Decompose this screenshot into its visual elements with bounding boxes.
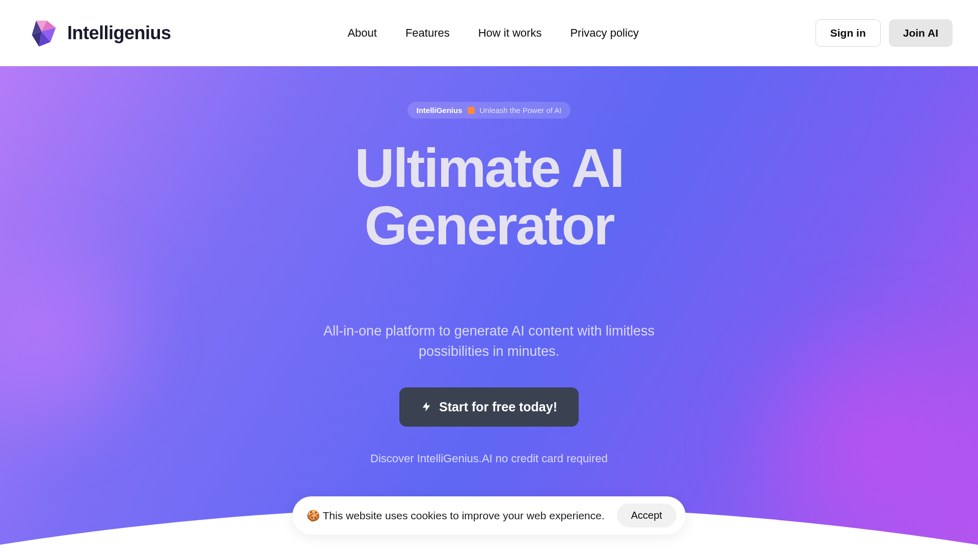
- logo[interactable]: Intelligenius: [25, 15, 171, 51]
- badge-separator-icon: [468, 107, 475, 114]
- badge-tagline: Unleash the Power of AI: [480, 106, 562, 115]
- hero: IntelliGenius Unleash the Power of AI Ul…: [0, 66, 978, 550]
- cookie-banner: 🍪 This website uses cookies to improve y…: [292, 496, 686, 535]
- hero-badge: IntelliGenius Unleash the Power of AI: [408, 102, 571, 119]
- cta-label: Start for free today!: [439, 400, 557, 414]
- nav-how-it-works[interactable]: How it works: [478, 26, 542, 40]
- nav-about[interactable]: About: [347, 26, 377, 40]
- cookie-accept-button[interactable]: Accept: [617, 503, 676, 527]
- logo-icon: [25, 15, 61, 51]
- main-nav: About Features How it works Privacy poli…: [347, 26, 639, 40]
- signin-button[interactable]: Sign in: [816, 19, 881, 47]
- cookie-text: 🍪 This website uses cookies to improve y…: [307, 510, 605, 522]
- bolt-icon: [421, 401, 432, 412]
- nav-privacy[interactable]: Privacy policy: [570, 26, 638, 40]
- logo-text: Intelligenius: [67, 22, 171, 44]
- nav-features[interactable]: Features: [405, 26, 450, 40]
- header: Intelligenius About Features How it work…: [0, 0, 978, 66]
- hero-heading: Ultimate AI Generator: [260, 139, 718, 255]
- join-button[interactable]: Join AI: [889, 19, 953, 47]
- hero-disclaimer: Discover IntelliGenius.AI no credit card…: [370, 452, 608, 465]
- hero-subheading: All-in-one platform to generate AI conte…: [311, 321, 667, 362]
- header-actions: Sign in Join AI: [816, 19, 953, 47]
- cta-button[interactable]: Start for free today!: [399, 387, 579, 427]
- badge-brand: IntelliGenius: [417, 106, 463, 115]
